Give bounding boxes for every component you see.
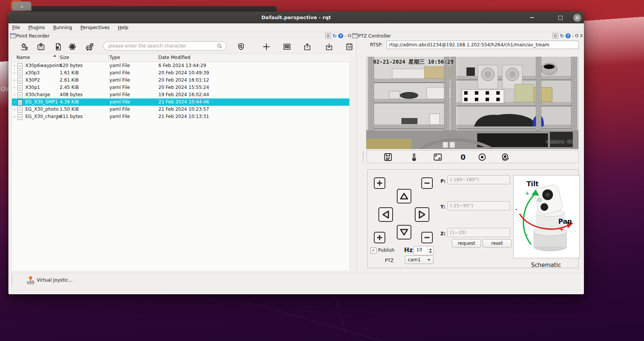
dock-minimize-button[interactable]: - <box>572 33 574 38</box>
file-export-icon[interactable] <box>54 42 63 51</box>
zoom-in-bottom-button[interactable] <box>374 232 385 243</box>
column-header-name[interactable]: Name <box>16 55 30 60</box>
car-disable-icon[interactable] <box>85 42 94 51</box>
dock-reload-icon[interactable]: ↻ <box>333 33 337 38</box>
yaml-file-icon <box>18 70 23 76</box>
ros-atom-icon[interactable] <box>68 42 77 51</box>
tilt-plus-label: + <box>525 190 530 196</box>
list-view-icon[interactable] <box>282 42 292 51</box>
yaml-file-icon <box>18 100 23 105</box>
cell-date: 20 Feb 2024 16:01:12 <box>158 77 209 84</box>
cell-name: X30P2 <box>25 77 40 84</box>
cell-date: 20 Feb 2024 10:49:39 <box>158 69 209 77</box>
zoom-in-left-button[interactable] <box>374 177 385 189</box>
camera-select-dropdown[interactable]: cam1 <box>405 256 434 264</box>
toolbar-handle[interactable] <box>363 152 364 162</box>
cell-size: 1.61 KiB <box>60 69 79 77</box>
dock-restore-button[interactable]: O <box>348 33 351 38</box>
statusbar-separator <box>8 273 584 273</box>
spinner-arrows[interactable] <box>427 246 433 255</box>
waypoint-file-table: Name Size Type Date Modified X30p6waypoi… <box>11 54 350 271</box>
menu-item-plugins[interactable]: Plugins <box>28 25 45 30</box>
camera-scene <box>366 57 579 149</box>
table-row[interactable]: EG_X30_charge 411 bytes yaml File 21 Feb… <box>12 113 349 120</box>
virtual-joystick-tab[interactable]: Virtual Joystic... <box>26 276 72 284</box>
table-row[interactable]: X30p1 2.45 KiB yaml File 20 Feb 2024 15:… <box>12 84 349 91</box>
yaml-file-icon <box>18 85 23 91</box>
zoom-input[interactable] <box>447 228 510 237</box>
add-icon[interactable] <box>262 42 271 51</box>
ptz-dock-controls: D ↻ ? - O X <box>553 33 583 39</box>
camera-select-value: cam1 <box>408 257 421 262</box>
column-header-type[interactable]: Type <box>109 55 120 60</box>
video-camera-label: Camera 01 <box>546 139 573 144</box>
table-row[interactable]: X30p6waypoint 420 bytes yaml File 6 Feb … <box>12 62 349 69</box>
record-point-icon[interactable] <box>477 152 487 162</box>
tilt-down-button[interactable] <box>397 225 411 239</box>
cell-name: EG_X30_photo <box>25 106 59 113</box>
rtsp-url-input[interactable] <box>386 41 579 49</box>
pan-input[interactable] <box>447 175 510 184</box>
table-row[interactable]: x30p3 1.61 KiB yaml File 20 Feb 2024 10:… <box>12 69 349 77</box>
task-list-icon[interactable] <box>345 42 354 51</box>
record-settings-icon[interactable] <box>20 42 29 51</box>
dock-reload-icon[interactable]: ↻ <box>560 33 564 38</box>
dock-close-button[interactable]: X <box>580 33 583 38</box>
column-header-size[interactable]: Size <box>60 55 69 60</box>
search-box[interactable] <box>103 41 227 51</box>
menu-item-running[interactable]: Running <box>53 25 72 30</box>
dock-detach-button[interactable]: D <box>553 33 558 39</box>
download-icon[interactable] <box>324 42 334 51</box>
pan-left-button[interactable] <box>378 207 393 222</box>
upload-icon[interactable] <box>303 42 312 51</box>
column-header-date[interactable]: Date Modified <box>158 55 191 60</box>
tilt-field-label: T: <box>440 204 445 210</box>
wallpaper-line <box>237 299 414 341</box>
window-minimize-button[interactable] <box>528 14 536 21</box>
cell-size: 2.61 KiB <box>60 77 79 84</box>
point-recorder-dock-controls: D ↻ ? - O X <box>325 33 355 39</box>
ptz-select-label: PTZ <box>385 258 394 263</box>
tilt-up-button[interactable] <box>397 189 411 203</box>
cell-size: 408 bytes <box>60 91 83 98</box>
zoom-out-bottom-button[interactable] <box>421 232 433 243</box>
table-row[interactable]: X30P2 2.61 KiB yaml File 20 Feb 2024 16:… <box>12 77 349 84</box>
table-row[interactable]: X30charge 408 bytes yaml File 19 Feb 202… <box>12 91 349 98</box>
tree-branch <box>13 66 17 66</box>
table-row[interactable]: EG_X30_SMP1 4.36 KiB yaml File 21 Feb 20… <box>12 98 349 106</box>
pan-right-button[interactable] <box>415 207 429 222</box>
hz-spinner[interactable] <box>414 246 434 255</box>
reset-button[interactable]: reset <box>483 239 512 248</box>
thermometer-icon[interactable] <box>409 152 419 162</box>
dock-minimize-button[interactable]: - <box>345 33 346 38</box>
menu-item-help[interactable]: Help <box>118 25 128 30</box>
table-row[interactable]: EG_X30_photo 1.50 KiB yaml File 21 Feb 2… <box>12 106 349 113</box>
tilt-input[interactable] <box>447 201 510 210</box>
cell-type: yaml File <box>109 69 130 77</box>
camera-rotate-icon[interactable] <box>500 152 510 162</box>
dock-help-icon[interactable]: ? <box>338 33 343 38</box>
request-button[interactable]: request <box>452 239 481 248</box>
menu-item-file[interactable]: File <box>12 25 20 30</box>
save-frame-icon[interactable] <box>383 152 393 162</box>
zoom-out-right-button[interactable] <box>421 177 433 189</box>
statusbar-handle[interactable] <box>11 275 13 285</box>
tree-branch <box>13 95 17 95</box>
dock-help-icon[interactable]: ? <box>566 33 571 38</box>
map-waypoint-icon[interactable] <box>36 42 46 51</box>
dock-splitter[interactable] <box>356 32 357 273</box>
publish-checkbox[interactable]: ✓ <box>370 248 377 254</box>
menu-item-perspectives[interactable]: Perspectives <box>80 25 109 30</box>
window-maximize-button[interactable] <box>556 14 564 21</box>
cell-type: yaml File <box>109 62 130 69</box>
fullscreen-icon[interactable] <box>433 152 443 162</box>
window-close-button[interactable]: ✕ <box>573 14 581 22</box>
dock-detach-button[interactable]: D <box>325 33 331 39</box>
shield-search-icon[interactable] <box>236 42 246 51</box>
yaml-file-icon <box>18 92 23 98</box>
dock-restore-button[interactable]: O <box>575 33 579 38</box>
window-titlebar[interactable]: Default.perspective - rqt ✕ <box>8 11 584 23</box>
point-recorder-dock-icon <box>10 33 16 38</box>
hz-input[interactable] <box>416 247 429 253</box>
search-input[interactable] <box>108 43 217 49</box>
